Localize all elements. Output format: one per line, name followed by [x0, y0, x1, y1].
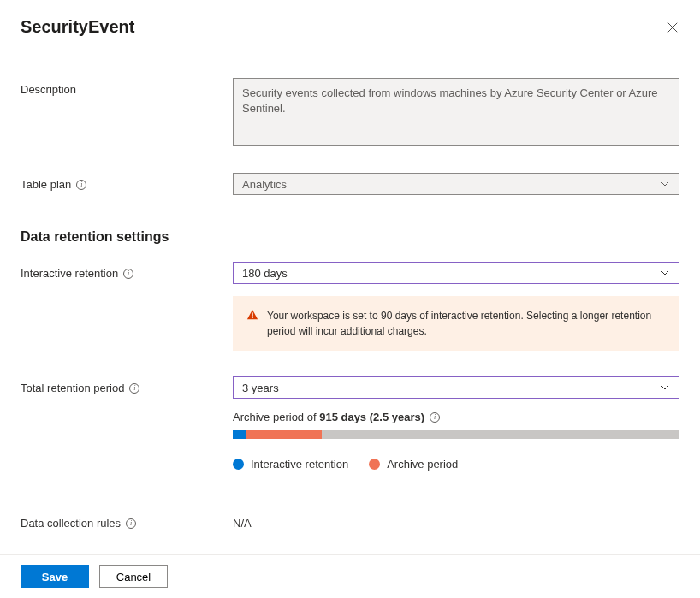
info-icon[interactable]: i	[76, 180, 86, 190]
archive-prefix: Archive period of	[233, 411, 319, 423]
info-icon[interactable]: i	[126, 518, 136, 529]
close-icon	[667, 21, 679, 33]
close-button[interactable]	[666, 21, 679, 34]
description-label: Description	[21, 78, 233, 96]
warning-icon	[246, 309, 258, 321]
dcr-value: N/A	[233, 512, 679, 530]
footer: Save Cancel	[0, 554, 700, 598]
archive-value: 915 days (2.5 years)	[319, 411, 424, 423]
legend-item-archive: Archive period	[369, 458, 458, 471]
warning-message: Your workspace is set to 90 days of inte…	[233, 296, 679, 351]
dcr-label: Data collection rules	[21, 517, 121, 530]
progress-interactive-segment	[233, 430, 246, 439]
total-retention-value: 3 years	[242, 382, 279, 394]
data-retention-heading: Data retention settings	[21, 229, 679, 245]
interactive-retention-row: Interactive retention i 180 days	[21, 262, 679, 284]
legend-label-archive: Archive period	[387, 458, 458, 471]
archive-period-label-row: Archive period of 915 days (2.5 years) i	[233, 411, 679, 423]
interactive-retention-value: 180 days	[242, 267, 288, 280]
legend-dot-icon	[233, 459, 244, 470]
table-plan-row: Table plan i Analytics	[21, 173, 679, 195]
panel-header: SecurityEvent	[21, 17, 679, 37]
info-icon[interactable]: i	[430, 412, 440, 423]
table-plan-value: Analytics	[242, 178, 287, 191]
total-retention-row: Total retention period i 3 years	[21, 376, 679, 399]
total-retention-label: Total retention period	[21, 382, 124, 394]
total-retention-select[interactable]: 3 years	[233, 376, 679, 399]
chevron-down-icon	[660, 179, 670, 189]
dcr-row: Data collection rules i N/A	[21, 512, 679, 530]
warning-text: Your workspace is set to 90 days of inte…	[267, 308, 666, 339]
legend-dot-icon	[369, 459, 380, 470]
progress-archive-segment	[246, 430, 323, 439]
svg-rect-1	[252, 317, 252, 318]
retention-progress-bar	[233, 430, 679, 439]
interactive-retention-select[interactable]: 180 days	[233, 262, 679, 284]
panel-title: SecurityEvent	[21, 17, 134, 37]
description-row: Description	[21, 78, 679, 149]
info-icon[interactable]: i	[123, 269, 133, 279]
info-icon[interactable]: i	[129, 383, 139, 394]
legend-item-interactive: Interactive retention	[233, 458, 348, 471]
interactive-retention-label: Interactive retention	[21, 267, 118, 280]
chevron-down-icon	[660, 268, 670, 278]
svg-rect-0	[252, 312, 252, 316]
legend: Interactive retention Archive period	[233, 458, 679, 471]
save-button[interactable]: Save	[21, 565, 89, 588]
description-textarea[interactable]	[233, 78, 679, 146]
legend-label-interactive: Interactive retention	[251, 458, 348, 471]
chevron-down-icon	[660, 382, 670, 393]
table-plan-select: Analytics	[233, 173, 679, 195]
table-plan-label: Table plan	[21, 178, 71, 191]
cancel-button[interactable]: Cancel	[99, 565, 168, 588]
